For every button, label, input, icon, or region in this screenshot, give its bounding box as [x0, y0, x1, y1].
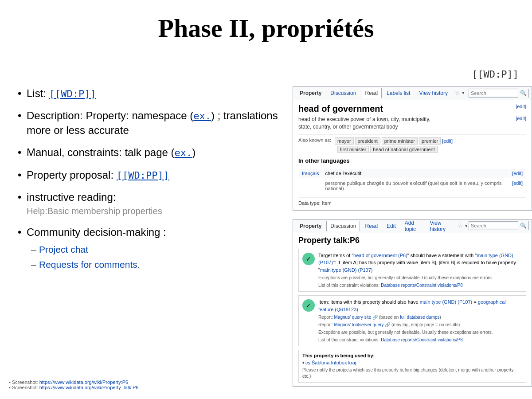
title-edit-link[interactable]: [edit] [516, 104, 526, 109]
lang-link-francais[interactable]: français [302, 171, 319, 176]
sub-item-project-chat: Project chat [31, 243, 279, 256]
desc-edit-link[interactable]: [edit] [516, 116, 526, 131]
panel1-content: head of government [edit] head of the ex… [293, 99, 532, 210]
help-link: Help:Basic membership properties [27, 205, 279, 217]
ex-link-2[interactable]: ex. [175, 147, 192, 158]
property-title: head of government [298, 104, 383, 114]
screenshot-link-1[interactable]: https://www.wikidata.org/wiki/Property:P… [39, 379, 129, 385]
constraint-link-1c[interactable]: main type (GND) (P107) [320, 267, 373, 273]
left-content: List: [[WD:P]] Description: Property: na… [18, 86, 279, 279]
panel1-tabs: Property Discussion Read Labels list Vie… [293, 87, 532, 99]
sub-list: Project chat Requests for comments. [31, 243, 279, 271]
property-desc-row: head of the executive power of a town, c… [298, 116, 526, 131]
wd-p-link[interactable]: [[WD:P]] [49, 88, 96, 99]
star-icon-2[interactable]: ☆ [458, 222, 463, 229]
list-item-1: List: [[WD:P]] [18, 86, 279, 101]
list-text-2: Description: Property: namespace ( [27, 110, 193, 121]
search-box-1: 🔍 [469, 89, 529, 98]
tag-mayor: mayor [335, 137, 354, 145]
constraint-violations-1: List of this constraint violations: Data… [318, 282, 522, 289]
list-text-3b: ) [192, 146, 196, 158]
search-input-1[interactable] [469, 90, 518, 96]
tag-head-national-gov: head of national government [370, 146, 437, 153]
tab-discussion-2[interactable]: Discussion [326, 221, 360, 231]
rfc-link[interactable]: Requests for comments [39, 259, 137, 270]
property-desc: head of the executive power of a town, c… [298, 116, 440, 131]
screenshot-2: • Screenshot: https://www.wikidata.org/w… [9, 385, 138, 390]
tab-property-1[interactable]: Property [296, 88, 325, 98]
lang-label-francais: chef de l'exécutif [323, 169, 509, 178]
violations-link-2[interactable]: Database reports/Constraint violations/P… [381, 337, 463, 342]
full-db-link[interactable]: full database dumps [400, 315, 440, 320]
list-item-3: Manual, constraints: talk page (ex.) [18, 145, 279, 160]
talk-title: Property talk:P6 [298, 236, 526, 245]
panel2-tabs: Property Discussion Read Edit Add topic … [293, 220, 532, 232]
tab-read-1[interactable]: Read [361, 88, 382, 98]
tag-prime-minister: prime minister [382, 137, 418, 145]
data-type-row: Data type: Item [298, 197, 526, 206]
please-notify: Please notify the projects which use thi… [302, 367, 522, 379]
property-panel: Property Discussion Read Labels list Vie… [293, 86, 532, 211]
constraint-main-1: Target items of "head of government (P6)… [318, 253, 516, 273]
sub-item-rfc: Requests for comments. [31, 258, 279, 271]
tab-property-2[interactable]: Property [296, 221, 325, 231]
search-button-1[interactable]: 🔍 [518, 89, 528, 98]
lang-desc-row-francais: personne publique chargée du pouvoir exé… [299, 179, 525, 193]
list-item-2: Description: Property: namespace (ex.) ;… [18, 109, 279, 137]
tab-add-topic[interactable]: Add topic [401, 218, 425, 234]
also-known-label: Also known as: [298, 137, 331, 143]
constraint-link-1b[interactable]: main type (GND) (P107) [318, 253, 513, 266]
tab-view-history-2[interactable]: View history [426, 218, 455, 234]
screenshot-1: • Screenshot: https://www.wikidata.org/w… [9, 379, 138, 385]
tags-edit-link[interactable]: [edit] [442, 138, 453, 144]
tab-discussion-1[interactable]: Discussion [326, 88, 360, 98]
wd-pp-link[interactable]: [[WD:PP]] [117, 170, 169, 181]
search-button-2[interactable]: 🔍 [518, 221, 528, 230]
violations-link-1[interactable]: Database reports/Constraint violations/P… [381, 283, 463, 288]
constraint-row-2: ✓ Item: items with this property should … [299, 296, 526, 346]
constraint-extra-1: Exceptions are possible, but generally n… [318, 274, 522, 281]
search-box-2: 🔍 [469, 221, 529, 230]
list-text-3: Manual, constraints: talk page ( [27, 146, 175, 158]
constraint-extra-2: Exceptions are possible, but generally n… [318, 329, 522, 336]
magnus-query-link[interactable]: Magnus' query site [334, 315, 372, 320]
constraint-row-1: ✓ Target items of "head of government (P… [299, 249, 526, 292]
dropdown-icon-1[interactable]: ▾ [462, 90, 465, 96]
project-chat-link[interactable]: Project chat [39, 244, 88, 254]
dropdown-icon-2[interactable]: ▾ [465, 223, 468, 229]
tab-view-history-1[interactable]: View history [415, 88, 451, 98]
list-text-4: Property proposal: [27, 169, 117, 181]
constraint-report-1: Report: Magnus' query site 🔗 (based on f… [318, 314, 522, 321]
constraint-report-2: Report: Magnus' toolserver query 🔗 (may … [318, 321, 522, 328]
tag-president: president [355, 137, 380, 145]
constraint-link-2b[interactable]: geographical feature (Q618123) [318, 299, 506, 312]
constraint-link-2a[interactable]: main type (GND) (P107) [420, 299, 473, 305]
constraint-violations-2: List of this constraint violations: Data… [318, 336, 522, 343]
in-other-languages-heading: In other languages [298, 157, 526, 166]
used-by-link-1[interactable]: cs:Šablona:Infobox kraj [305, 360, 356, 365]
bullet-list: List: [[WD:P]] Description: Property: na… [18, 86, 279, 271]
list-text-5: instructive reading: [27, 191, 116, 203]
constraint-link-1a[interactable]: head of government (P6) [353, 253, 407, 258]
ex-link-1[interactable]: ex. [193, 110, 211, 121]
tab-read-2[interactable]: Read [361, 221, 382, 231]
star-icon-1[interactable]: ☆ [454, 90, 460, 97]
tab-edit-2[interactable]: Edit [383, 221, 400, 231]
constraint-icon-2: ✓ [302, 299, 315, 312]
panel2-content: Property talk:P6 ✓ Target items of "head… [293, 232, 532, 387]
lang-label-edit[interactable]: [edit] [512, 171, 523, 176]
constraint-block-2: ✓ Item: items with this property should … [298, 295, 526, 346]
used-by-title: This property is being used by: [302, 353, 522, 358]
wd-p-label: [[WD:P]] [472, 69, 519, 80]
screenshot-link-2[interactable]: https://www.wikidata.org/wiki/Property_t… [39, 385, 139, 390]
constraint-icon-1: ✓ [302, 253, 315, 265]
tab-labels-list[interactable]: Labels list [383, 88, 414, 98]
right-panels: Property Discussion Read Labels list Vie… [293, 86, 532, 395]
search-input-2[interactable] [469, 223, 518, 228]
constraint-main-2: Item: items with this property should al… [318, 299, 506, 312]
tag-first-minister: first minister [337, 146, 369, 153]
also-known-row: Also known as: mayor president prime min… [298, 134, 526, 145]
lang-desc-edit[interactable]: [edit] [512, 180, 523, 186]
magnus-toolserver-link[interactable]: Magnus' toolserver query [334, 322, 384, 327]
tag-premier: premier [419, 137, 441, 145]
